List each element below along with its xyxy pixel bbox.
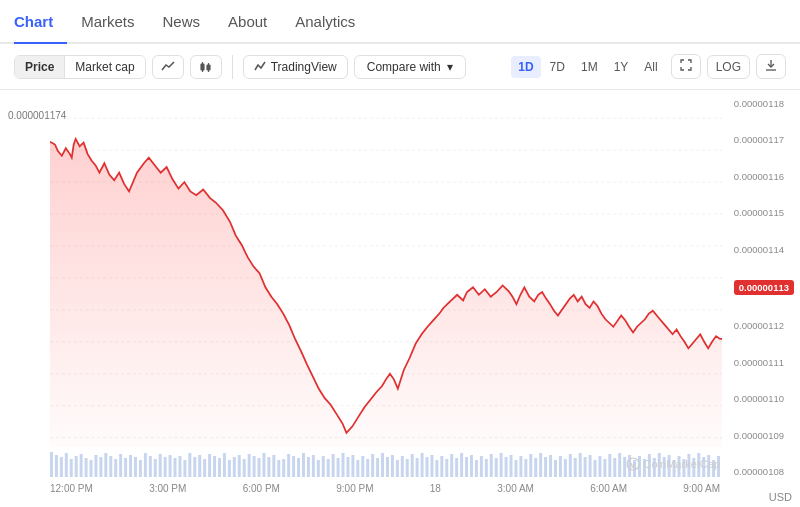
svg-rect-94 xyxy=(421,453,424,477)
x-axis: 12:00 PM 3:00 PM 6:00 PM 9:00 PM 18 3:00… xyxy=(50,477,720,507)
svg-rect-71 xyxy=(307,457,310,477)
svg-rect-56 xyxy=(233,457,236,477)
svg-rect-131 xyxy=(603,459,606,477)
currency-label: USD xyxy=(769,491,792,503)
log-button[interactable]: LOG xyxy=(707,55,750,79)
svg-rect-45 xyxy=(178,456,181,477)
trading-view-button[interactable]: TradingView xyxy=(243,55,348,79)
svg-rect-106 xyxy=(480,456,483,477)
download-button[interactable] xyxy=(756,54,786,79)
svg-rect-27 xyxy=(90,460,93,477)
svg-rect-28 xyxy=(94,455,97,477)
svg-rect-97 xyxy=(435,460,438,477)
price-level-7: 0.00000111 xyxy=(734,357,794,368)
nav-news[interactable]: News xyxy=(149,0,215,44)
svg-rect-108 xyxy=(490,454,493,477)
svg-rect-61 xyxy=(258,458,261,477)
svg-rect-41 xyxy=(159,454,162,477)
svg-rect-72 xyxy=(312,455,315,477)
svg-rect-80 xyxy=(351,455,354,477)
price-level-0: 0.00000118 xyxy=(734,98,794,109)
coinmarketcap-logo-icon: M xyxy=(626,457,640,471)
period-1y[interactable]: 1Y xyxy=(607,56,636,78)
svg-rect-43 xyxy=(169,455,172,477)
right-price-axis: 0.00000118 0.00000117 0.00000116 0.00000… xyxy=(734,90,794,477)
svg-rect-39 xyxy=(149,456,152,477)
svg-rect-60 xyxy=(253,456,256,477)
svg-rect-47 xyxy=(188,453,191,477)
svg-rect-112 xyxy=(510,455,513,477)
svg-rect-100 xyxy=(450,454,453,477)
chart-area: 0.000001174 0.00000118 0.00000117 0.0000… xyxy=(0,90,800,507)
market-cap-button[interactable]: Market cap xyxy=(65,56,144,78)
svg-rect-76 xyxy=(332,454,335,477)
svg-rect-95 xyxy=(426,457,429,477)
svg-rect-29 xyxy=(99,457,102,477)
period-1d[interactable]: 1D xyxy=(511,56,540,78)
svg-rect-105 xyxy=(475,460,478,477)
svg-rect-67 xyxy=(287,454,290,477)
nav-analytics[interactable]: Analytics xyxy=(281,0,369,44)
svg-rect-78 xyxy=(342,453,345,477)
svg-rect-48 xyxy=(193,457,196,477)
price-level-3: 0.00000115 xyxy=(734,207,794,218)
svg-rect-115 xyxy=(524,459,527,477)
nav-about[interactable]: About xyxy=(214,0,281,44)
time-period-group: 1D 7D 1M 1Y All xyxy=(511,56,664,78)
svg-rect-123 xyxy=(564,459,567,477)
trading-view-label: TradingView xyxy=(271,60,337,74)
price-marketcap-group: Price Market cap xyxy=(14,55,146,79)
candle-chart-icon-button[interactable] xyxy=(190,55,222,79)
svg-rect-91 xyxy=(406,459,409,477)
svg-rect-36 xyxy=(134,457,137,477)
svg-rect-122 xyxy=(559,456,562,477)
price-chart-svg xyxy=(50,90,722,447)
svg-rect-93 xyxy=(416,458,419,477)
chart-toolbar: Price Market cap TradingView Compare wit… xyxy=(0,44,800,90)
svg-rect-129 xyxy=(594,460,597,477)
price-button[interactable]: Price xyxy=(15,56,65,78)
svg-rect-82 xyxy=(361,456,364,477)
svg-rect-26 xyxy=(85,458,88,477)
svg-rect-53 xyxy=(218,458,221,477)
svg-rect-74 xyxy=(322,456,325,477)
price-level-10: 0.00000108 xyxy=(734,466,794,477)
svg-rect-0 xyxy=(201,64,204,70)
svg-rect-38 xyxy=(144,453,147,477)
price-level-2: 0.00000116 xyxy=(734,171,794,182)
svg-rect-59 xyxy=(248,454,251,477)
svg-rect-65 xyxy=(277,460,280,477)
svg-rect-33 xyxy=(119,454,122,477)
svg-rect-57 xyxy=(238,455,241,477)
svg-rect-75 xyxy=(327,459,330,477)
period-7d[interactable]: 7D xyxy=(543,56,572,78)
svg-rect-111 xyxy=(505,457,508,477)
x-label-5: 3:00 AM xyxy=(497,483,534,494)
svg-rect-66 xyxy=(282,459,285,477)
svg-rect-107 xyxy=(485,459,488,477)
svg-rect-42 xyxy=(164,457,167,477)
watermark: M CoinMarketCap xyxy=(626,457,720,471)
line-chart-icon-button[interactable] xyxy=(152,55,184,79)
nav-chart[interactable]: Chart xyxy=(14,0,67,44)
price-level-9: 0.00000109 xyxy=(734,430,794,441)
volume-bars-svg xyxy=(50,447,722,477)
fullscreen-button[interactable] xyxy=(671,54,701,79)
period-all[interactable]: All xyxy=(637,56,664,78)
svg-rect-52 xyxy=(213,456,216,477)
svg-rect-73 xyxy=(317,460,320,477)
x-label-1: 3:00 PM xyxy=(149,483,186,494)
svg-rect-128 xyxy=(589,455,592,477)
nav-markets[interactable]: Markets xyxy=(67,0,148,44)
svg-rect-69 xyxy=(297,458,300,477)
svg-rect-70 xyxy=(302,453,305,477)
period-1m[interactable]: 1M xyxy=(574,56,605,78)
compare-button[interactable]: Compare with ▾ xyxy=(354,55,466,79)
svg-rect-83 xyxy=(366,459,369,477)
compare-label: Compare with xyxy=(367,60,441,74)
svg-rect-58 xyxy=(243,459,246,477)
svg-rect-77 xyxy=(337,458,340,477)
svg-rect-40 xyxy=(154,459,157,477)
svg-rect-134 xyxy=(618,453,621,477)
svg-rect-22 xyxy=(65,453,68,477)
